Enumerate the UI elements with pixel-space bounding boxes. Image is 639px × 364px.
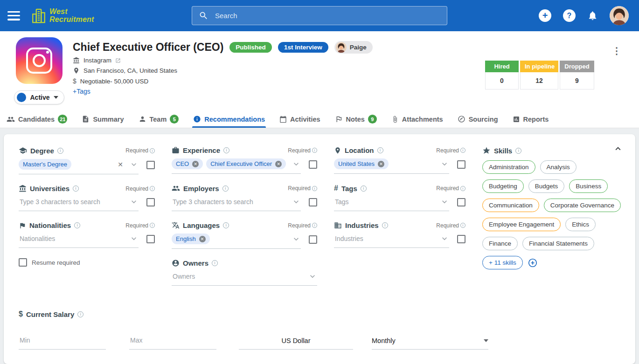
currency-select[interactable]: US Dollar [239, 334, 353, 350]
info-icon[interactable] [150, 223, 155, 228]
period-select[interactable]: Monthly [372, 334, 488, 350]
company-name[interactable]: Instagram [83, 57, 111, 64]
tags-input[interactable] [334, 198, 437, 206]
nationalities-input[interactable] [19, 234, 126, 243]
experience-required-checkbox[interactable] [309, 160, 317, 169]
chevron-down-icon[interactable] [292, 197, 301, 206]
tab-notes[interactable]: Notes 9 [335, 110, 377, 128]
salary-max-input[interactable] [129, 336, 216, 344]
notifications-bell-icon[interactable] [587, 10, 598, 21]
chevron-down-icon[interactable] [440, 197, 449, 206]
more-options-icon[interactable] [610, 44, 623, 57]
chevron-down-icon[interactable] [129, 160, 139, 169]
languages-required-checkbox[interactable] [309, 235, 317, 244]
remove-chip-icon[interactable] [275, 161, 282, 167]
global-search[interactable] [192, 6, 447, 25]
info-icon[interactable] [312, 223, 317, 228]
universities-required-checkbox[interactable] [146, 198, 155, 206]
location-required-checkbox[interactable] [457, 160, 465, 169]
info-icon[interactable] [223, 222, 229, 228]
info-icon[interactable] [222, 185, 229, 192]
resume-required-checkbox[interactable] [19, 258, 27, 267]
published-badge[interactable]: Published [229, 42, 272, 53]
skill-chip[interactable]: Finance [482, 237, 518, 250]
info-icon[interactable] [382, 222, 388, 228]
universities-input[interactable] [19, 198, 126, 206]
info-icon[interactable] [312, 148, 317, 153]
stat-in-pipeline[interactable]: In pipeline 12 [520, 61, 558, 89]
chevron-down-icon[interactable] [292, 234, 301, 244]
info-icon[interactable] [57, 148, 63, 154]
info-icon[interactable] [312, 186, 317, 191]
info-icon[interactable] [150, 148, 155, 153]
tab-summary[interactable]: Summary [82, 110, 124, 128]
degree-input[interactable]: Master's Degree [19, 156, 139, 174]
stat-dropped[interactable]: Dropped 9 [560, 61, 594, 89]
tab-candidates[interactable]: Candidates 21 [7, 110, 67, 128]
search-input[interactable] [214, 11, 440, 20]
skill-chip[interactable]: Analysis [540, 160, 576, 174]
add-icon[interactable] [539, 9, 551, 22]
salary-min-input[interactable] [19, 336, 106, 344]
info-icon[interactable] [73, 185, 79, 192]
add-skill-plus-icon[interactable] [528, 258, 538, 268]
remove-chip-icon[interactable] [378, 161, 384, 167]
tags-required-checkbox[interactable] [457, 198, 465, 206]
remove-chip-icon[interactable] [199, 236, 206, 242]
chevron-down-icon[interactable] [129, 197, 139, 206]
chevron-down-icon[interactable] [440, 234, 449, 243]
dropdown-caret-icon[interactable] [484, 339, 488, 342]
tab-attachments[interactable]: Attachments [391, 110, 443, 128]
skill-chip[interactable]: Employee Engagement [482, 218, 561, 231]
stage-badge[interactable]: 1st Interview [278, 42, 328, 53]
skill-chip[interactable]: Corporate Governance [544, 199, 621, 212]
skill-chip[interactable]: Communication [482, 199, 539, 212]
info-icon[interactable] [460, 186, 465, 191]
info-icon[interactable] [515, 148, 521, 154]
experience-chip[interactable]: CEO [172, 158, 203, 169]
collapse-chevron-up-icon[interactable] [612, 143, 624, 155]
employers-required-checkbox[interactable] [309, 198, 317, 206]
chevron-down-icon[interactable] [129, 234, 139, 243]
nationalities-required-checkbox[interactable] [146, 235, 155, 243]
skill-chip[interactable]: Business [569, 179, 608, 193]
info-icon[interactable] [377, 147, 383, 153]
languages-input[interactable]: English [172, 230, 301, 249]
location-input[interactable]: United States [334, 155, 449, 174]
help-icon[interactable] [563, 9, 576, 22]
tab-sourcing[interactable]: Sourcing [458, 110, 498, 128]
tab-recommendations[interactable]: Recommendations [193, 110, 265, 128]
info-icon[interactable] [212, 260, 218, 266]
info-icon[interactable] [460, 148, 465, 153]
skill-chip[interactable]: Budgets [528, 179, 565, 193]
experience-input[interactable]: CEO Chief Executive Officer [172, 155, 301, 174]
tab-reports[interactable]: Reports [513, 110, 549, 128]
owners-input[interactable] [172, 272, 305, 281]
skill-chip[interactable]: Administration [482, 160, 535, 174]
degree-required-checkbox[interactable] [146, 161, 155, 169]
more-skills-chip[interactable]: + 11 skills [482, 256, 523, 269]
info-icon[interactable] [361, 185, 367, 192]
skill-chip[interactable]: Financial Statements [522, 237, 594, 250]
clear-icon[interactable] [118, 161, 123, 168]
external-link-icon[interactable] [115, 58, 121, 63]
owner-badge[interactable]: Paige [334, 41, 373, 54]
language-chip[interactable]: English [172, 234, 210, 244]
employers-input[interactable] [172, 198, 288, 206]
info-icon[interactable] [74, 222, 80, 228]
tab-team[interactable]: Team 5 [139, 110, 179, 128]
add-tags-link[interactable]: +Tags [73, 88, 90, 95]
user-avatar[interactable] [610, 6, 629, 25]
info-icon[interactable] [77, 311, 83, 317]
stat-hired[interactable]: Hired 0 [485, 61, 519, 89]
skill-chip[interactable]: Budgeting [482, 179, 524, 193]
menu-icon[interactable] [7, 11, 20, 21]
degree-chip[interactable]: Master's Degree [19, 159, 71, 170]
tab-activities[interactable]: Activities [279, 110, 320, 128]
chevron-down-icon[interactable] [292, 159, 301, 169]
job-status-dropdown[interactable]: Active [14, 90, 64, 104]
info-icon[interactable] [460, 223, 465, 228]
info-icon[interactable] [223, 147, 229, 153]
location-chip[interactable]: United States [334, 158, 389, 169]
app-logo[interactable]: West Recruitment [30, 7, 94, 24]
